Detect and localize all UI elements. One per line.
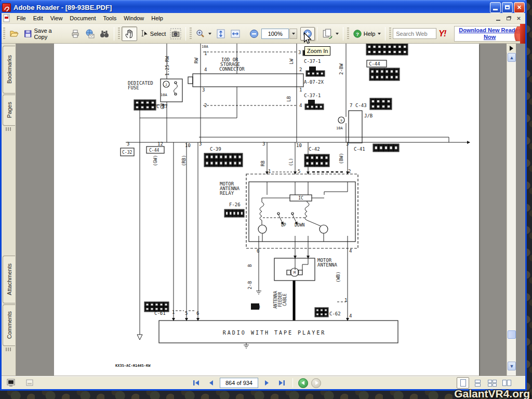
diagram-label: C-37-1 [304,59,321,64]
diagram-label: 12 [157,141,163,147]
menu-view[interactable]: View [47,14,66,23]
save-icon [23,29,33,38]
diagram-label: M [294,271,296,275]
diagram-label: C-61 [154,311,166,316]
diagram-label: C-41 [354,147,365,152]
continuous-facing-button[interactable] [486,377,498,389]
toolbar-overflow[interactable] [507,44,516,52]
scroll-thumb[interactable] [508,330,516,339]
diagram-label: 2-B [247,281,252,289]
connector-c41 [373,144,399,152]
connector-top-right [366,44,408,55]
diagram-label: 3 [202,87,205,92]
single-page-button[interactable] [457,377,469,389]
diagram-label: 2 [204,103,207,108]
diagram-label: KX35-AC-H1445-KW [115,364,151,368]
window-title: Adobe Reader - [89-93BE.PDF] [14,4,112,11]
menu-document[interactable]: Document [66,14,99,23]
minimize-button[interactable] [490,2,501,13]
diagram-label: ANTENNA [273,291,278,309]
diagram-label: C-37-1 [304,93,321,98]
menu-edit[interactable]: Edit [30,14,47,23]
fit-page-button[interactable] [214,27,228,41]
next-page-button[interactable] [261,378,273,388]
fit-width-button[interactable] [228,27,243,41]
page-size-icon[interactable] [25,379,35,387]
scroll-down-button[interactable]: ▼ [508,362,516,370]
menu-help[interactable]: Help [148,14,167,23]
fit-height-icon [216,29,226,39]
page-number-input[interactable] [220,378,258,388]
chevron-down-icon [378,33,381,35]
zoom-tool-button[interactable] [193,27,214,41]
menu-window[interactable]: Window [120,14,148,23]
previous-page-button[interactable] [205,378,217,388]
open-button[interactable] [7,27,21,41]
yahoo-logo[interactable]: Y! [438,29,446,38]
previous-view-button[interactable] [298,378,308,388]
adobe-reader-window: Adobe Reader - [89-93BE.PDF] ✕ FileEditV… [0,0,527,391]
sidebar-tab-bookmarks[interactable]: Bookmarks [3,46,15,94]
diagram-label: FEEDER [278,292,283,307]
print-button[interactable] [68,27,83,41]
diagram-label: 10A [161,93,167,97]
doc-minimize-button[interactable] [494,15,502,22]
next-view-button[interactable] [311,378,321,388]
email-button[interactable] [83,27,97,41]
diagram-label: 7 [350,103,352,108]
scroll-up-button[interactable]: ▲ [508,53,516,62]
last-page-button[interactable] [276,378,287,388]
pdf-page[interactable]: 10A1IOD ORSTORAGECONNECTOR432RW1.25-RWDE… [54,44,479,376]
help-button[interactable]: ? Help [351,28,383,40]
diagram-label: FUSE [128,85,139,90]
page-display-button[interactable] [320,26,341,41]
doc-close-button[interactable]: ✕ [514,15,523,22]
diagram-label: C-44 [149,148,159,153]
diagram-label: C-43 [355,103,367,108]
select-tool-button[interactable]: Select [137,28,168,40]
continuous-button[interactable] [471,377,484,389]
close-button[interactable]: ✕ [514,2,525,13]
vertical-scrollbar[interactable]: ▲ ▼ [507,44,516,376]
tab-grip [6,348,12,351]
sidebar-tab-label: Comments [6,311,12,339]
menu-file[interactable]: File [13,14,30,23]
diagram-label: UP [281,223,286,228]
search-web-input[interactable] [393,28,436,39]
diagram-label: 4 [204,67,207,72]
doc-restore-button[interactable] [504,15,513,22]
menu-tools[interactable]: Tools [100,14,121,23]
connector-c62 [315,308,328,317]
diagram-label: LB [286,96,291,102]
diagram-label: 3 [127,141,129,147]
diagram-label: 4 [349,313,352,318]
forward-arrow-icon [315,381,318,385]
binoculars-icon [99,29,110,39]
facing-button[interactable] [500,377,513,389]
toolbar-grip[interactable] [3,28,5,40]
diagram-label: C-39 [210,147,221,152]
search-button[interactable] [97,27,112,41]
diagram-label: 1 [299,87,302,92]
first-page-button[interactable] [191,378,202,388]
help-label: Help [364,31,376,37]
sidebar-tab-attachments[interactable]: Attachments [3,256,15,303]
connector-c39 [204,153,243,167]
select-icon [139,29,149,38]
pdf-document-icon [3,14,11,22]
connector-c43 [370,98,392,110]
diagram-label: F-26 [229,202,241,207]
sidebar-tab-comments[interactable]: Comments [3,304,15,346]
zoom-level-input[interactable]: 100% [261,29,289,39]
sidebar-tab-pages[interactable]: Pages [3,95,15,126]
zoom-level-dropdown[interactable] [289,29,297,39]
maximize-button[interactable] [502,2,513,13]
hand-tool-button[interactable] [122,26,137,41]
screen-mode-icon[interactable] [7,379,16,387]
zoom-out-button[interactable] [247,27,261,41]
diagram-label: 10 [255,305,260,310]
save-a-copy-button[interactable]: Save a Copy [21,26,68,42]
snapshot-button[interactable] [168,26,183,41]
diagram-label: B [247,264,252,267]
document-area[interactable]: 10A1IOD ORSTORAGECONNECTOR432RW1.25-RWDE… [17,44,516,376]
